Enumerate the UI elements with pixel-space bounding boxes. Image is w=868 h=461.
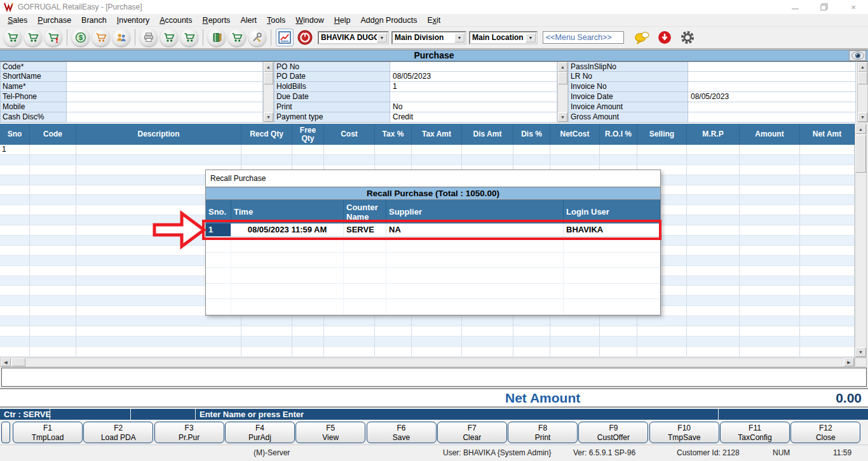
grid-cell[interactable]: [241, 316, 292, 326]
grid-cell[interactable]: [462, 155, 513, 165]
grid-cell[interactable]: [30, 256, 76, 266]
menu-inventory[interactable]: Inventory: [112, 15, 154, 26]
grid-cell[interactable]: [740, 165, 800, 175]
grid-cell[interactable]: [513, 337, 550, 347]
grid-cell[interactable]: [30, 185, 76, 196]
scrollbar-thumb[interactable]: [855, 135, 866, 173]
grid-cell[interactable]: [462, 347, 513, 357]
grid-cell[interactable]: [30, 316, 76, 326]
chevron-down-icon[interactable]: ▼: [377, 33, 387, 43]
grid-cell[interactable]: [800, 205, 855, 215]
grid-vertical-scrollbar[interactable]: ▲▼: [855, 124, 867, 357]
grid-cell[interactable]: [30, 306, 76, 316]
grid-cell[interactable]: [600, 145, 637, 155]
grid-cell[interactable]: [740, 256, 800, 266]
field-value-invoice-amount[interactable]: [688, 102, 856, 112]
grid-cell[interactable]: [740, 225, 800, 236]
field-value-print[interactable]: No: [390, 102, 557, 112]
scrollbar-thumb[interactable]: [264, 72, 273, 84]
fkey-f12-button[interactable]: F12Close: [790, 422, 860, 443]
grid-horizontal-scrollbar[interactable]: ◀▶: [0, 357, 855, 367]
grid-cell[interactable]: [800, 296, 855, 306]
grid-cell[interactable]: [0, 155, 30, 165]
menu-branch[interactable]: Branch: [76, 15, 112, 26]
fkey-f2-button[interactable]: F2Load PDA: [83, 422, 153, 443]
menu-sales[interactable]: Sales: [3, 15, 32, 26]
grid-cell[interactable]: [0, 337, 30, 347]
field-value-due-date[interactable]: [390, 92, 557, 102]
grid-cell[interactable]: [800, 155, 855, 165]
grid-cell[interactable]: [241, 155, 292, 165]
grid-cell[interactable]: [740, 276, 800, 286]
money-icon[interactable]: $: [72, 29, 90, 46]
field-value-passinslipno[interactable]: [688, 62, 856, 72]
field-value-payment-type[interactable]: Credit: [390, 112, 557, 123]
grid-cell[interactable]: [740, 286, 800, 296]
download-icon[interactable]: [656, 29, 674, 46]
grid-cell[interactable]: [740, 175, 800, 185]
grid-cell[interactable]: [0, 296, 30, 306]
grid-cell[interactable]: [30, 175, 76, 185]
chat-icon[interactable]: [633, 29, 651, 46]
chevron-down-icon[interactable]: ▼: [526, 33, 536, 43]
grid-cell[interactable]: [687, 286, 740, 296]
grid-cell[interactable]: [687, 155, 740, 165]
grid-cell[interactable]: [30, 326, 76, 337]
fkey-f10-button[interactable]: F10TmpSave: [649, 422, 719, 443]
grid-cell[interactable]: [550, 155, 600, 165]
grid-cell[interactable]: [0, 276, 30, 286]
grid-cell[interactable]: [687, 316, 740, 326]
grid-cell[interactable]: [76, 347, 241, 357]
grid-cell[interactable]: [740, 155, 800, 165]
grid-cell[interactable]: [513, 155, 550, 165]
menu-accounts[interactable]: Accounts: [154, 15, 197, 26]
menu-help[interactable]: Help: [329, 15, 356, 26]
grid-cell[interactable]: [637, 145, 687, 155]
grid-cell[interactable]: [687, 347, 740, 357]
restore-button[interactable]: [810, 0, 839, 14]
grid-cell[interactable]: [800, 236, 855, 246]
field-value-po-no[interactable]: [390, 62, 557, 72]
grid-cell[interactable]: [30, 145, 76, 155]
grid-cell[interactable]: [30, 246, 76, 256]
grid-cell[interactable]: [30, 205, 76, 215]
grid-cell[interactable]: [412, 347, 462, 357]
grid-cell[interactable]: [30, 236, 76, 246]
cart-open-icon[interactable]: [24, 29, 42, 46]
minimize-button[interactable]: [780, 0, 810, 14]
cart-item-icon[interactable]: [228, 29, 246, 46]
grid-cell[interactable]: [800, 246, 855, 256]
field-value-code-[interactable]: [67, 62, 263, 72]
grid-cell[interactable]: [687, 185, 740, 196]
grid-cell[interactable]: [740, 205, 800, 215]
grid-cell[interactable]: [292, 316, 324, 326]
grid-cell[interactable]: [76, 326, 241, 337]
grid-cell[interactable]: [740, 236, 800, 246]
grid-cell[interactable]: [800, 175, 855, 185]
grid-cell[interactable]: [375, 145, 412, 155]
grid-cell[interactable]: [30, 296, 76, 306]
scroll-up-icon[interactable]: ▲: [558, 62, 567, 72]
grid-cell[interactable]: [0, 347, 30, 357]
grid-cell[interactable]: [375, 326, 412, 337]
grid-cell[interactable]: [462, 145, 513, 155]
field-value-mobile[interactable]: [67, 102, 263, 112]
remarks-box[interactable]: [1, 368, 867, 387]
fkey-f5-button[interactable]: F5View: [295, 422, 365, 443]
fkey-f6-button[interactable]: F6Save: [367, 422, 437, 443]
scroll-down-icon[interactable]: ▼: [855, 347, 866, 357]
grid-cell[interactable]: [800, 337, 855, 347]
grid-cell[interactable]: [800, 286, 855, 296]
printer-icon[interactable]: [140, 29, 158, 46]
grid-cell[interactable]: [687, 306, 740, 316]
field-value-cash-disc-[interactable]: [67, 112, 263, 123]
grid-cell[interactable]: [30, 286, 76, 296]
grid-cell[interactable]: [30, 195, 76, 205]
field-value-lr-no[interactable]: [688, 72, 856, 82]
grid-cell[interactable]: [687, 145, 740, 155]
field-value-invoice-date[interactable]: 08/05/2023: [688, 92, 856, 102]
grid-cell[interactable]: [550, 326, 600, 337]
field-value-po-date[interactable]: 08/05/2023: [390, 72, 557, 82]
grid-cell[interactable]: [513, 326, 550, 337]
grid-cell[interactable]: [0, 185, 30, 196]
